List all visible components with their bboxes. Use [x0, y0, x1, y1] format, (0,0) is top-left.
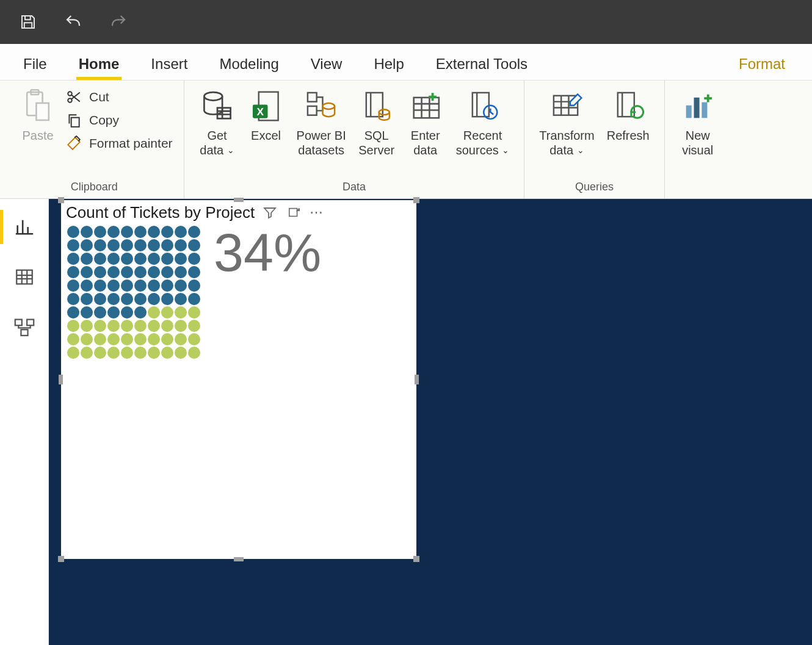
waffle-dot: [175, 306, 187, 319]
l2: data ⌄: [200, 143, 234, 157]
svg-rect-22: [686, 106, 691, 118]
waffle-dot: [161, 279, 173, 292]
svg-rect-3: [36, 103, 48, 120]
waffle-dot: [67, 306, 79, 319]
waffle-dot: [107, 320, 120, 332]
report-canvas[interactable]: Count of Tickets by Project ⋯ 34%: [49, 199, 812, 645]
ribbon-tabs: File Home Insert Modeling View Help Exte…: [0, 44, 812, 81]
waffle-dot: [175, 226, 187, 238]
redo-button[interactable]: [107, 11, 129, 33]
tab-modeling[interactable]: Modeling: [217, 56, 281, 80]
waffle-dot: [107, 226, 120, 238]
waffle-dot: [134, 226, 147, 238]
view-rail: [0, 199, 49, 645]
l2: visual: [682, 143, 713, 157]
waffle-dot: [94, 279, 106, 292]
l1: Transform: [539, 128, 594, 143]
waffle-dot: [188, 253, 200, 265]
l1: Excel: [251, 128, 281, 143]
new-visual-icon: [680, 88, 716, 124]
waffle-dot: [161, 347, 173, 359]
waffle-dot: [134, 279, 147, 292]
l1: Enter: [411, 128, 440, 143]
waffle-dot: [188, 266, 200, 278]
waffle-dot: [161, 226, 173, 238]
waffle-dot: [188, 333, 200, 345]
l1: Recent: [463, 128, 502, 143]
waffle-dot: [121, 333, 133, 345]
visual-title: Count of Tickets by Project: [66, 203, 255, 222]
sql-server-button[interactable]: SQL Server: [352, 84, 401, 157]
waffle-dot: [148, 279, 160, 292]
waffle-dot: [188, 226, 200, 238]
recent-sources-button[interactable]: Recent sources ⌄: [450, 84, 516, 157]
waffle-dot: [121, 293, 133, 305]
waffle-dot: [175, 347, 187, 359]
enter-data-icon: [407, 88, 444, 124]
more-options-button[interactable]: ⋯: [310, 204, 324, 220]
waffle-dot: [67, 266, 79, 278]
svg-rect-0: [24, 23, 32, 28]
waffle-dot: [94, 253, 106, 265]
svg-point-16: [379, 110, 389, 115]
svg-rect-27: [27, 320, 34, 326]
tab-format[interactable]: Format: [736, 56, 794, 80]
svg-rect-17: [413, 98, 438, 118]
transform-data-button[interactable]: Transform data ⌄: [533, 84, 600, 157]
data-view-button[interactable]: [10, 262, 39, 292]
paste-button[interactable]: Paste: [13, 84, 62, 143]
waffle-dot: [148, 266, 160, 278]
l1: SQL: [364, 128, 389, 143]
group-clipboard-label: Clipboard: [71, 181, 118, 197]
svg-point-7: [204, 92, 222, 101]
svg-text:X: X: [256, 106, 264, 118]
format-painter-label: Format painter: [89, 136, 173, 151]
waffle-dot: [121, 253, 133, 265]
transform-data-icon: [549, 88, 585, 124]
excel-button[interactable]: X Excel: [242, 84, 291, 157]
copy-icon: [65, 111, 83, 129]
new-visual-button[interactable]: New visual: [673, 84, 722, 157]
l1: Get: [207, 128, 227, 143]
ribbon: Paste Cut Cop: [0, 81, 812, 199]
svg-point-5: [68, 98, 72, 103]
visual-container[interactable]: Count of Tickets by Project ⋯ 34%: [61, 200, 416, 559]
get-data-button[interactable]: Get data ⌄: [193, 84, 242, 157]
waffle-dot: [188, 239, 200, 251]
paste-icon: [20, 88, 56, 124]
waffle-dot: [148, 226, 160, 238]
waffle-dot: [121, 226, 133, 238]
tab-home[interactable]: Home: [76, 56, 122, 80]
format-painter-button[interactable]: Format painter: [65, 134, 173, 153]
enter-data-button[interactable]: Enter data: [401, 84, 450, 157]
waffle-dot: [94, 320, 106, 332]
tab-help[interactable]: Help: [371, 56, 406, 80]
waffle-dot: [175, 333, 187, 345]
model-view-button[interactable]: [10, 312, 39, 342]
waffle-dot: [161, 333, 173, 345]
copy-button[interactable]: Copy: [65, 111, 173, 129]
waffle-dot: [67, 333, 79, 345]
waffle-dot: [161, 239, 173, 251]
focus-mode-icon[interactable]: [285, 203, 303, 222]
tab-external-tools[interactable]: External Tools: [433, 56, 530, 80]
tab-file[interactable]: File: [21, 56, 49, 80]
l2: data ⌄: [549, 143, 584, 157]
refresh-button[interactable]: Refresh: [601, 84, 656, 157]
report-view-button[interactable]: [10, 212, 39, 242]
waffle-dot: [188, 347, 200, 359]
waffle-dot: [81, 306, 93, 319]
save-button[interactable]: [17, 11, 39, 33]
waffle-dot: [94, 239, 106, 251]
powerbi-datasets-button[interactable]: Power BI datasets: [291, 84, 352, 157]
filter-icon[interactable]: [261, 203, 279, 222]
tab-insert[interactable]: Insert: [148, 56, 190, 80]
waffle-dot: [175, 239, 187, 251]
waffle-dot: [94, 293, 106, 305]
cut-button[interactable]: Cut: [65, 88, 173, 106]
waffle-dot: [67, 253, 79, 265]
waffle-dot: [175, 279, 187, 292]
undo-button[interactable]: [62, 11, 84, 33]
tab-view[interactable]: View: [308, 56, 345, 80]
waffle-dot: [148, 306, 160, 319]
